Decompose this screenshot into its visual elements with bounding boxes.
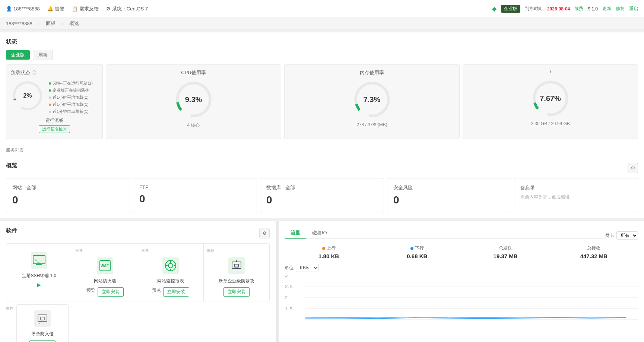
overview-title: 概览 bbox=[6, 162, 17, 169]
svg-text:1.5: 1.5 bbox=[285, 307, 293, 311]
tab-flow[interactable]: 流量 bbox=[285, 227, 306, 239]
overview-cards: 网站 - 全部 0 FTP 0 数据库 - 全部 0 安全风险 0 备忘录 当前… bbox=[6, 178, 638, 212]
monitor-name: 网站监控报表 bbox=[157, 278, 184, 284]
topbar-ad[interactable]: 🔔 告警 bbox=[47, 6, 64, 12]
stat-download: 下行 0.68 KB bbox=[373, 245, 461, 259]
system-icon: ⚙ bbox=[106, 6, 111, 12]
website-card-value: 0 bbox=[12, 194, 124, 206]
repair-button[interactable]: 修复 bbox=[616, 6, 625, 12]
traffic-stats: 上行 1.80 KB 下行 0.68 KB 总发送 19.37 MB 总接收 bbox=[285, 245, 638, 259]
ssh-icon: >_ bbox=[30, 251, 48, 270]
overview-gear-button[interactable]: ⚙ bbox=[628, 163, 638, 173]
load-subtitle: 运行流畅 bbox=[11, 117, 98, 124]
traffic-chart-svg: 3 2.5 2 1.5 bbox=[285, 275, 638, 320]
sw-item-monitor: 推荐 网站监控报表 预览 立即安装 bbox=[138, 244, 204, 301]
topbar-system[interactable]: ⚙ 系统：CentOS 7 bbox=[106, 6, 148, 12]
disk-value: 7.67% bbox=[540, 94, 561, 103]
traffic-tabs: 流量 磁盘IO bbox=[285, 227, 605, 239]
overview-card-ftp[interactable]: FTP 0 bbox=[133, 178, 257, 212]
software-grid-row2: 推荐 >_ 堡垒防入侵 立即安装 bbox=[6, 304, 270, 342]
fort-name: 堡垒企业级防暴攻 bbox=[219, 278, 254, 284]
reset-button[interactable]: 重启 bbox=[629, 6, 638, 12]
total-recv-value: 447.32 MB bbox=[550, 253, 638, 259]
svg-text:3: 3 bbox=[285, 275, 288, 278]
traffic-section: 流量 磁盘IO 网卡 所有 eth0 上行 1.80 KB bbox=[279, 221, 644, 342]
intrusion-install-btn[interactable]: 立即安装 bbox=[29, 340, 55, 342]
waf-preview-btn[interactable]: 预览 bbox=[86, 287, 95, 297]
monitor-icon-svg bbox=[162, 257, 179, 274]
monitor-install-btn[interactable]: 立即安装 bbox=[163, 287, 189, 297]
enterprise-btn[interactable]: 企业版 bbox=[6, 50, 30, 60]
waf-actions: 预览 立即安装 bbox=[86, 287, 124, 297]
topbar-user[interactable]: 👤 188****8888 bbox=[6, 6, 40, 12]
ssh-run-btn[interactable]: ▶ bbox=[37, 282, 41, 288]
svg-text:2: 2 bbox=[285, 296, 288, 300]
software-gear-icon: ⚙ bbox=[263, 231, 267, 236]
ftp-card-value: 0 bbox=[139, 193, 251, 205]
user-icon: 👤 bbox=[6, 6, 12, 12]
memo-card-memo: 当前内容为空，点击编辑 bbox=[520, 194, 632, 200]
diamond-icon: ◆ bbox=[492, 5, 497, 12]
software-gear-button[interactable]: ⚙ bbox=[259, 228, 270, 238]
unit-select[interactable]: KB/s MB/s bbox=[296, 264, 319, 272]
breadcrumb-user[interactable]: 188****8888 bbox=[6, 21, 32, 26]
intrusion-icon: >_ bbox=[33, 309, 52, 328]
traffic-header: 流量 磁盘IO 网卡 所有 eth0 bbox=[285, 227, 638, 244]
fort-install-btn[interactable]: 立即安装 bbox=[223, 287, 250, 297]
svg-rect-11 bbox=[36, 264, 42, 265]
info-row: 服务列表 bbox=[0, 145, 644, 156]
ftp-card-title: FTP bbox=[139, 184, 251, 190]
monitor-actions: 预览 立即安装 bbox=[152, 287, 189, 297]
breadcrumb-overview[interactable]: 概览 bbox=[69, 20, 79, 27]
waf-install-btn[interactable]: 立即安装 bbox=[98, 287, 124, 297]
enterprise-badge: 企业版 bbox=[501, 5, 520, 13]
breadcrumb-sep2: › bbox=[61, 21, 63, 26]
nic-select[interactable]: 所有 eth0 bbox=[616, 231, 638, 240]
waf-name: 网站防火墙 bbox=[94, 278, 116, 284]
overview-card-security[interactable]: 安全风险 0 bbox=[387, 178, 511, 212]
breadcrumb-panel[interactable]: 面板 bbox=[46, 20, 55, 27]
expire-date: 2026-08-04 bbox=[547, 6, 570, 12]
fort-icon-svg bbox=[228, 257, 245, 274]
refresh-btn[interactable]: 刷新 bbox=[33, 50, 53, 60]
monitor-preview-btn[interactable]: 预览 bbox=[152, 287, 161, 297]
stat-total-recv-label: 总接收 bbox=[550, 245, 638, 251]
cpu-gauge: 9.3% bbox=[173, 79, 214, 120]
disk-gauge-card: / 7.67% 2.30 GB / 29.99 GB bbox=[463, 64, 638, 139]
stat-total-send-label: 总发送 bbox=[461, 245, 550, 251]
cpu-value: 9.3% bbox=[185, 95, 202, 104]
traffic-unit: 单位 KB/s MB/s bbox=[285, 264, 638, 272]
sw-item-intrusion: >_ 堡垒防入侵 立即安装 bbox=[16, 304, 69, 342]
ssh-name: 宝塔SSH终端 1.0 bbox=[22, 273, 57, 279]
topbar-feedback[interactable]: 📋 需求反馈 bbox=[72, 6, 99, 12]
download-value: 0.68 KB bbox=[373, 253, 461, 259]
status-gauges: CPU使用率 9.3% 4 核心 内存使用率 bbox=[106, 64, 638, 139]
waf-icon: WAF bbox=[96, 256, 114, 275]
mem-value: 7.3% bbox=[364, 95, 381, 104]
fort-tag: 推荐 bbox=[207, 248, 214, 253]
load-card-title: 负载状态 ⓘ bbox=[11, 69, 98, 76]
cpu-gauge-card: CPU使用率 9.3% 4 核心 bbox=[106, 64, 281, 139]
sw-item-ssh: >_ 宝塔SSH终端 1.0 ▶ bbox=[6, 244, 72, 301]
status-area: 负载状态 ⓘ 2% 50%+正在运行网站(1) 企业版正在提供防护 近1小时平均… bbox=[6, 64, 638, 139]
stat-upload-label: 上行 bbox=[285, 245, 373, 251]
fort-actions: 立即安装 bbox=[223, 287, 250, 297]
overview-card-memo[interactable]: 备忘录 当前内容为空，点击编辑 bbox=[514, 178, 638, 212]
monitor-tag: 推荐 bbox=[141, 248, 149, 253]
nic-selector: 网卡 所有 eth0 bbox=[605, 231, 638, 240]
update-button[interactable]: 更新 bbox=[602, 6, 611, 12]
total-send-value: 19.37 MB bbox=[461, 253, 550, 259]
sw-item-fort: 推荐 堡垒企业级防暴攻 立即安装 bbox=[204, 244, 269, 301]
renew-button[interactable]: 续费 bbox=[574, 6, 583, 12]
breadcrumb: 188****8888 › 面板 › 概览 bbox=[0, 18, 644, 29]
upload-dot bbox=[322, 247, 325, 250]
software-title: 软件 bbox=[6, 227, 17, 234]
baseline-btn[interactable]: 运行基准检测 bbox=[39, 125, 70, 133]
overview-card-db[interactable]: 数据库 - 全部 0 bbox=[260, 178, 384, 212]
tab-diskio[interactable]: 磁盘IO bbox=[306, 227, 333, 239]
svg-text:2.5: 2.5 bbox=[285, 285, 293, 289]
overview-card-website[interactable]: 网站 - 全部 0 bbox=[6, 178, 130, 212]
feedback-icon: 📋 bbox=[72, 6, 78, 12]
load-value: 2% bbox=[23, 92, 32, 99]
bottom-area: 软件 ⚙ >_ 宝塔SSH终端 1.0 bbox=[0, 221, 644, 342]
